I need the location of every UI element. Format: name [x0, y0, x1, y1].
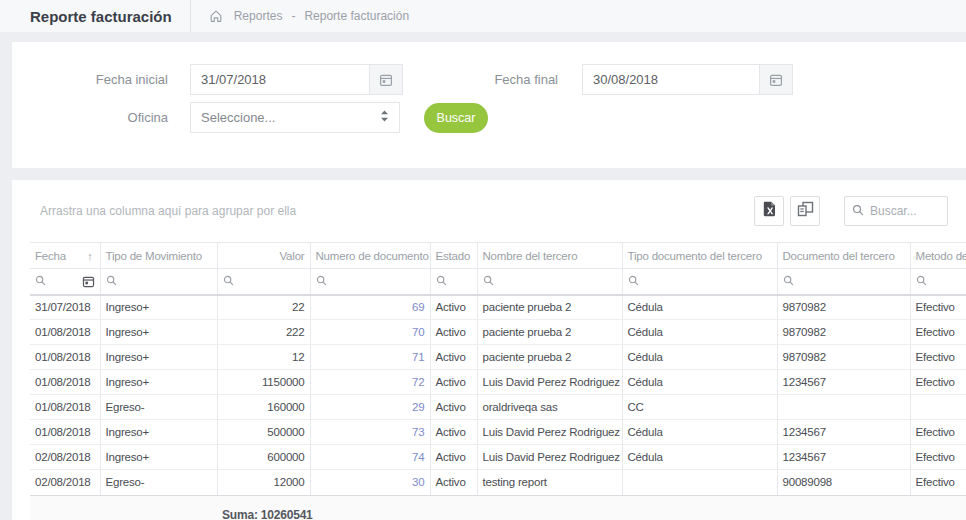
- table-row: 01/08/2018Ingreso+50000073ActivoLuis Dav…: [30, 420, 966, 445]
- filter-cell-metodo_pago[interactable]: [910, 269, 966, 295]
- fecha-inicial-input[interactable]: [191, 65, 369, 94]
- filter-calendar-icon[interactable]: [82, 275, 95, 288]
- document-number-link[interactable]: 70: [310, 320, 430, 345]
- grid-search-input[interactable]: [870, 204, 940, 218]
- group-by-drop-zone[interactable]: Arrastra una columna aquí para agrupar p…: [40, 204, 748, 218]
- column-header-label: Documento del tercero: [783, 250, 895, 262]
- cell-valor: 22: [217, 295, 310, 320]
- cell-valor: 12: [217, 345, 310, 370]
- cell-tipo_documento_tercero: Cédula: [622, 370, 777, 395]
- column-header-label: Estado: [436, 250, 471, 262]
- column-chooser-button[interactable]: [790, 196, 820, 226]
- column-header-nombre_tercero[interactable]: Nombre del tercero: [477, 243, 622, 269]
- column-header-label: Numero de documento: [316, 250, 429, 262]
- column-header-metodo_pago[interactable]: Metodo de pago: [910, 243, 966, 269]
- sum-total: Suma: 10260541: [222, 508, 313, 520]
- document-number-link[interactable]: 71: [310, 345, 430, 370]
- cell-tipo_movimiento: Egreso-: [100, 395, 217, 420]
- cell-nombre_tercero: paciente prueba 2: [477, 320, 622, 345]
- column-header-label: Metodo de pago: [916, 250, 966, 262]
- cell-metodo_pago: Efectivo: [910, 420, 966, 445]
- document-number-link[interactable]: 30: [310, 470, 430, 495]
- column-header-label: Tipo de Movimiento: [106, 250, 202, 262]
- filter-cell-documento_tercero[interactable]: [777, 269, 910, 295]
- grid-summary-footer: Suma: 10260541: [30, 495, 966, 520]
- cell-documento_tercero: 9870982: [777, 295, 910, 320]
- cell-estado: Activo: [430, 320, 477, 345]
- table-row: 31/07/2018Ingreso+2269Activopaciente pru…: [30, 295, 966, 320]
- cell-valor: 222: [217, 320, 310, 345]
- cell-valor: 12000: [217, 470, 310, 495]
- breadcrumb-section[interactable]: Reportes: [234, 9, 283, 23]
- breadcrumb: Reportes - Reporte facturación: [209, 9, 409, 23]
- fecha-final-calendar-button[interactable]: [759, 65, 792, 94]
- fecha-final-label: Fecha final: [403, 72, 558, 87]
- document-number-link[interactable]: 69: [310, 295, 430, 320]
- filter-cell-tipo_documento_tercero[interactable]: [622, 269, 777, 295]
- cell-metodo_pago: [910, 395, 966, 420]
- grid-filter-row: [30, 269, 966, 295]
- cell-nombre_tercero: Luis David Perez Rodriguez: [477, 370, 622, 395]
- filter-cell-nombre_tercero[interactable]: [477, 269, 622, 295]
- export-excel-button[interactable]: [754, 196, 784, 226]
- filter-cell-fecha[interactable]: [30, 269, 100, 295]
- spinner-arrows-icon: [380, 109, 389, 126]
- data-grid: Fecha↑Tipo de MovimientoValorNumero de d…: [30, 242, 966, 495]
- cell-fecha: 01/08/2018: [30, 395, 100, 420]
- filter-search-icon: [628, 272, 639, 290]
- cell-documento_tercero: 9870982: [777, 345, 910, 370]
- cell-metodo_pago: Efectivo: [910, 445, 966, 470]
- fecha-inicial-calendar-button[interactable]: [369, 65, 402, 94]
- filter-cell-tipo_movimiento[interactable]: [100, 269, 217, 295]
- column-header-label: Tipo documento del tercero: [628, 250, 762, 262]
- column-chooser-icon: [797, 201, 814, 221]
- column-header-estado[interactable]: Estado: [430, 243, 477, 269]
- cell-tipo_documento_tercero: Cédula: [622, 320, 777, 345]
- document-number-link[interactable]: 73: [310, 420, 430, 445]
- fecha-inicial-label: Fecha inicial: [12, 72, 168, 87]
- cell-estado: Activo: [430, 470, 477, 495]
- filter-cell-valor[interactable]: [217, 269, 310, 295]
- cell-tipo_documento_tercero: Cédula: [622, 445, 777, 470]
- buscar-button[interactable]: Buscar: [424, 103, 488, 133]
- cell-documento_tercero: [777, 395, 910, 420]
- cell-nombre_tercero: Luis David Perez Rodriguez: [477, 420, 622, 445]
- cell-tipo_movimiento: Ingreso+: [100, 295, 217, 320]
- fecha-final-input[interactable]: [583, 65, 759, 94]
- cell-tipo_movimiento: Ingreso+: [100, 420, 217, 445]
- cell-documento_tercero: 1234567: [777, 370, 910, 395]
- cell-estado: Activo: [430, 295, 477, 320]
- cell-nombre_tercero: testing report: [477, 470, 622, 495]
- filter-search-icon: [316, 272, 327, 290]
- oficina-select[interactable]: Seleccione...: [190, 102, 400, 133]
- column-header-numero_documento[interactable]: Numero de documento: [310, 243, 430, 269]
- cell-estado: Activo: [430, 395, 477, 420]
- report-grid-panel: Arrastra una columna aquí para agrupar p…: [12, 180, 966, 520]
- filter-cell-estado[interactable]: [430, 269, 477, 295]
- document-number-link[interactable]: 29: [310, 395, 430, 420]
- column-header-fecha[interactable]: Fecha↑: [30, 243, 100, 269]
- cell-valor: 500000: [217, 420, 310, 445]
- filter-search-icon: [783, 272, 794, 290]
- cell-metodo_pago: Efectivo: [910, 295, 966, 320]
- column-header-tipo_movimiento[interactable]: Tipo de Movimiento: [100, 243, 217, 269]
- cell-documento_tercero: 90089098: [777, 470, 910, 495]
- column-header-documento_tercero[interactable]: Documento del tercero: [777, 243, 910, 269]
- column-header-valor[interactable]: Valor: [217, 243, 310, 269]
- search-icon: [852, 202, 864, 220]
- cell-tipo_movimiento: Ingreso+: [100, 345, 217, 370]
- document-number-link[interactable]: 72: [310, 370, 430, 395]
- cell-fecha: 01/08/2018: [30, 370, 100, 395]
- cell-tipo_movimiento: Ingreso+: [100, 445, 217, 470]
- filter-cell-numero_documento[interactable]: [310, 269, 430, 295]
- document-number-link[interactable]: 74: [310, 445, 430, 470]
- cell-estado: Activo: [430, 445, 477, 470]
- column-header-label: Valor: [280, 250, 305, 262]
- cell-valor: 160000: [217, 395, 310, 420]
- column-header-tipo_documento_tercero[interactable]: Tipo documento del tercero: [622, 243, 777, 269]
- topbar: Reporte facturación Reportes - Reporte f…: [0, 0, 966, 32]
- cell-tipo_movimiento: Ingreso+: [100, 320, 217, 345]
- home-icon[interactable]: [209, 9, 223, 23]
- cell-tipo_movimiento: Ingreso+: [100, 370, 217, 395]
- cell-documento_tercero: 1234567: [777, 445, 910, 470]
